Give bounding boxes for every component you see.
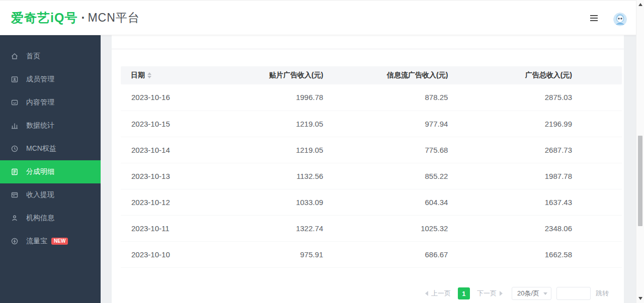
traffic-icon	[11, 237, 19, 245]
members-icon	[11, 75, 19, 83]
cell-feed-ad: 878.25	[323, 84, 448, 111]
stats-icon	[11, 122, 19, 130]
sidebar-item-traffic[interactable]: 流量宝 NEW	[0, 230, 101, 253]
share-detail-icon	[11, 168, 19, 176]
column-header-patch-ad: 贴片广告收入(元)	[221, 66, 323, 84]
scrollbar-thumb[interactable]	[638, 136, 642, 226]
current-page-button[interactable]: 1	[458, 287, 470, 299]
main-content: 日期 贴片广告收入(元) 信息流广告收入(元) 广告总收入(元) 2023-10…	[101, 35, 636, 303]
cell-total: 2875.03	[448, 84, 622, 111]
cell-date: 2023-10-11	[121, 215, 221, 241]
home-icon	[11, 52, 19, 60]
sidebar-item-label: 成员管理	[26, 75, 54, 84]
cell-total: 2196.99	[448, 111, 622, 137]
cell-date: 2023-10-10	[121, 241, 221, 267]
brand-logo: 爱奇艺iQ号	[11, 10, 77, 26]
table-row: 2023-10-12 1033.09 604.34 1637.43	[121, 189, 622, 215]
cell-patch-ad: 975.91	[221, 241, 323, 267]
cell-patch-ad: 1219.05	[221, 137, 323, 163]
cell-feed-ad: 686.67	[323, 241, 448, 267]
next-arrow-icon	[500, 291, 503, 296]
sort-icon[interactable]	[147, 72, 151, 78]
scroll-up-icon[interactable]	[638, 3, 642, 6]
cell-total: 1987.78	[448, 163, 622, 189]
chevron-down-icon	[543, 292, 547, 295]
table-row: 2023-10-13 1132.56 855.22 1987.78	[121, 163, 622, 189]
column-header-feed-ad: 信息流广告收入(元)	[323, 66, 448, 84]
sidebar-item-share-detail[interactable]: 分成明细	[0, 160, 101, 183]
cell-total: 2687.73	[448, 137, 622, 163]
sidebar-item-label: 收入提现	[26, 190, 54, 199]
cell-patch-ad: 1033.09	[221, 189, 323, 215]
table-header-row: 日期 贴片广告收入(元) 信息流广告收入(元) 广告总收入(元)	[121, 66, 622, 84]
cell-patch-ad: 1132.56	[221, 163, 323, 189]
sidebar-item-label: 机构信息	[26, 214, 54, 223]
sidebar-nav: 首页 成员管理 内容管理 数据统计 MCN权益 分成明细 收入提现	[0, 35, 101, 303]
cell-total: 2348.06	[448, 215, 622, 241]
cell-date: 2023-10-14	[121, 137, 221, 163]
jump-button[interactable]: 跳转	[596, 289, 609, 298]
brand-product-name: MCN平台	[88, 10, 139, 26]
cell-patch-ad: 1996.78	[221, 84, 323, 111]
sidebar-item-label: 数据统计	[26, 121, 54, 130]
table-row: 2023-10-16 1996.78 878.25 2875.03	[121, 84, 622, 111]
cell-date: 2023-10-16	[121, 84, 221, 111]
prev-arrow-icon	[425, 291, 428, 296]
cell-feed-ad: 855.22	[323, 163, 448, 189]
new-badge: NEW	[51, 238, 68, 245]
sidebar-item-label: MCN权益	[26, 144, 56, 153]
cell-total: 1662.58	[448, 241, 622, 267]
cell-feed-ad: 775.68	[323, 137, 448, 163]
column-header-date[interactable]: 日期	[121, 66, 221, 84]
sidebar-item-org-info[interactable]: 机构信息	[0, 207, 101, 230]
sidebar-item-withdraw[interactable]: 收入提现	[0, 183, 101, 207]
sidebar-item-label: 首页	[26, 52, 40, 61]
content-card: 日期 贴片广告收入(元) 信息流广告收入(元) 广告总收入(元) 2023-10…	[112, 35, 624, 303]
content-icon	[11, 98, 19, 107]
card-top-divider	[112, 49, 624, 49]
cell-feed-ad: 604.34	[323, 189, 448, 215]
org-icon	[11, 214, 19, 222]
top-header: 爱奇艺iQ号 · MCN平台	[0, 0, 644, 35]
table-row: 2023-10-10 975.91 686.67 1662.58	[121, 241, 622, 267]
sidebar-item-label: 分成明细	[26, 167, 54, 176]
scrollbar[interactable]	[636, 0, 644, 303]
page-size-select[interactable]: 20条/页	[512, 287, 551, 300]
sidebar-item-stats[interactable]: 数据统计	[0, 114, 101, 137]
column-header-total: 广告总收入(元)	[448, 66, 622, 84]
sidebar-item-label: 流量宝	[26, 237, 47, 246]
sidebar-item-mcn-rights[interactable]: MCN权益	[0, 137, 101, 160]
revenue-table-wrap: 日期 贴片广告收入(元) 信息流广告收入(元) 广告总收入(元) 2023-10…	[121, 66, 622, 268]
withdraw-icon	[11, 191, 19, 199]
brand-dot: ·	[81, 11, 85, 25]
clock-icon	[11, 145, 19, 153]
sidebar-item-content[interactable]: 内容管理	[0, 91, 101, 114]
cell-total: 1637.43	[448, 189, 622, 215]
sidebar-item-home[interactable]: 首页	[0, 45, 101, 68]
scroll-down-icon[interactable]	[638, 297, 642, 300]
cell-feed-ad: 977.94	[323, 111, 448, 137]
next-page-button[interactable]: 下一页	[474, 289, 506, 298]
prev-page-button[interactable]: 上一页	[422, 289, 454, 298]
table-row: 2023-10-14 1219.05 775.68 2687.73	[121, 137, 622, 163]
user-avatar[interactable]	[613, 13, 627, 26]
pagination: 上一页 1 下一页 20条/页 跳转	[422, 287, 609, 300]
sidebar-item-label: 内容管理	[26, 98, 54, 107]
cell-patch-ad: 1219.05	[221, 111, 323, 137]
table-row: 2023-10-15 1219.05 977.94 2196.99	[121, 111, 622, 137]
sidebar-item-members[interactable]: 成员管理	[0, 68, 101, 91]
cell-date: 2023-10-13	[121, 163, 221, 189]
cell-date: 2023-10-15	[121, 111, 221, 137]
menu-icon[interactable]	[590, 15, 598, 21]
jump-page-input[interactable]	[556, 287, 591, 300]
cell-date: 2023-10-12	[121, 189, 221, 215]
cell-feed-ad: 1025.32	[323, 215, 448, 241]
table-row: 2023-10-11 1322.74 1025.32 2348.06	[121, 215, 622, 241]
revenue-table: 日期 贴片广告收入(元) 信息流广告收入(元) 广告总收入(元) 2023-10…	[121, 66, 622, 268]
cell-patch-ad: 1322.74	[221, 215, 323, 241]
